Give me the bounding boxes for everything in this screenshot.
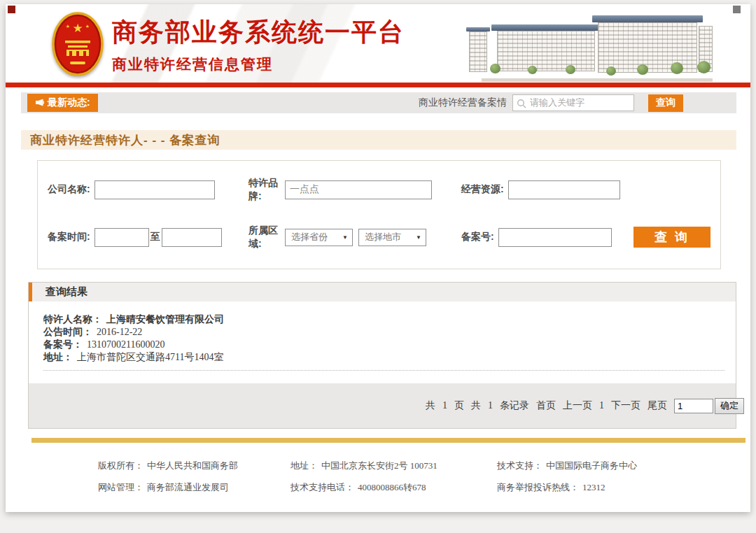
record-address-label: 地址： (43, 352, 73, 362)
footer-column-1: 版权所有：中华人民共和国商务部 网站管理：商务部流通业发展司 (98, 460, 290, 494)
dotted-divider (43, 370, 724, 371)
province-select[interactable]: 选择省份 ▼ (285, 229, 353, 246)
svg-text:★: ★ (85, 24, 90, 29)
goto-page-input[interactable] (674, 399, 713, 413)
filing-time-label: 备案时间: (48, 231, 90, 243)
city-select[interactable]: 选择地市 ▼ (358, 229, 426, 246)
header-divider-bar (6, 83, 750, 87)
results-header: 查询结果 (29, 283, 736, 301)
search-icon (517, 99, 526, 108)
result-date-line: 公告时间：2016-12-22 (43, 326, 724, 339)
next-page-link[interactable]: 下一页 (611, 399, 640, 412)
quick-search-label: 商业特许经营备案情 (419, 97, 507, 109)
resource-label: 经营资源: (461, 183, 504, 196)
phone-label: 技术支持电话： (290, 482, 354, 492)
to-label: 至 (150, 231, 160, 243)
brand-input[interactable] (285, 180, 432, 199)
filing-number-label: 备案号: (461, 231, 494, 243)
footer-address-value: 中国北京东长安街2号 100731 (321, 460, 438, 471)
mofcom-building-illustration (461, 10, 714, 82)
copyright-label: 版权所有： (98, 460, 144, 471)
last-page-link[interactable]: 尾页 (648, 399, 667, 412)
search-form: 公司名称: 特许品牌: 经营资源: 备案时间: 至 所属区域: (37, 160, 721, 269)
page-count: 1 (442, 400, 447, 411)
record-filing-label: 备案号： (43, 339, 83, 350)
pagination: 共 1 页 共 1 条记录 首页 上一页 1 下一页 尾页 确定 (29, 383, 736, 428)
header-titles: 商务部业务系统统一平台 商业特许经营信息管理 (112, 15, 405, 74)
quick-search-button[interactable]: 查询 (648, 94, 683, 112)
record-filing-value: 1310700211600020 (87, 339, 164, 350)
latest-news-badge[interactable]: 最新动态: (27, 94, 98, 112)
footer-column-2: 地址：中国北京东长安街2号 100731 技术支持电话：4008008866转6… (290, 460, 497, 494)
announce-date-value: 2016-12-22 (97, 327, 142, 337)
page-number-link[interactable]: 1 (599, 400, 604, 411)
footer-column-3: 技术支持：中国国际电子商务中心 商务举报投诉热线：12312 (497, 460, 637, 494)
site-subtitle: 商业特许经营信息管理 (112, 55, 405, 74)
news-bar: 最新动态: 商业特许经营备案情 查询 (21, 92, 736, 113)
site-footer: 版权所有：中华人民共和国商务部 网站管理：商务部流通业发展司 地址：中国北京东长… (6, 443, 750, 494)
company-name-label: 公司名称: (48, 183, 90, 196)
chevron-down-icon: ▼ (416, 234, 421, 241)
svg-text:★: ★ (72, 22, 83, 35)
company-name-input[interactable] (94, 180, 215, 199)
form-row-1: 公司名称: 特许品牌: 经营资源: (42, 176, 710, 203)
hotline-label: 商务举报投诉热线： (497, 482, 579, 492)
sitemgmt-label: 网站管理： (98, 482, 144, 492)
header-corner-decoration-right (733, 6, 741, 13)
region-label: 所属区域: (248, 224, 281, 250)
record-address-value: 上海市普陀区交通路4711号1404室 (77, 352, 223, 362)
first-page-link[interactable]: 首页 (536, 399, 556, 412)
footer-address: 地址：中国北京东长安街2号 100731 (290, 460, 497, 472)
page-total-prefix: 共 (426, 399, 435, 412)
page-unit: 页 (454, 399, 464, 412)
national-emblem-icon: ★ ★ ★ (50, 10, 105, 78)
query-button[interactable]: 查 询 (634, 227, 710, 248)
support-label: 技术支持： (497, 460, 542, 471)
footer-copyright: 版权所有：中华人民共和国商务部 (98, 460, 290, 472)
site-container: ★ ★ ★ 商务部业务系统统一平台 商业特许经营信息管理 (6, 4, 750, 512)
result-record: 特许人名称：上海晴安餐饮管理有限公司 公告时间：2016-12-22 备案号：1… (29, 301, 736, 378)
record-total-prefix: 共 (471, 399, 481, 412)
announce-date-label: 公告时间： (43, 327, 92, 337)
footer-divider-bar (31, 438, 746, 443)
quick-search-area: 商业特许经营备案情 查询 (419, 94, 683, 112)
result-address-line: 地址：上海市普陀区交通路4711号1404室 (43, 351, 724, 364)
franchisor-name-label: 特许人名称： (43, 314, 102, 325)
goto-confirm-button[interactable]: 确定 (715, 398, 744, 414)
support-value: 中国国际电子商务中心 (546, 460, 637, 471)
filing-time-to-input[interactable] (162, 228, 222, 247)
accent-bar (29, 283, 32, 301)
province-select-value: 选择省份 (291, 231, 328, 243)
copyright-value: 中华人民共和国商务部 (147, 460, 238, 471)
record-unit: 条记录 (500, 399, 529, 412)
svg-text:★: ★ (66, 24, 70, 29)
city-select-value: 选择地市 (365, 231, 401, 243)
result-name-line: 特许人名称：上海晴安餐饮管理有限公司 (43, 313, 724, 326)
site-header: ★ ★ ★ 商务部业务系统统一平台 商业特许经营信息管理 (6, 4, 750, 83)
footer-tech-support: 技术支持：中国国际电子商务中心 (497, 460, 637, 472)
footer-site-management: 网站管理：商务部流通业发展司 (98, 481, 290, 494)
sitemgmt-value: 商务部流通业发展司 (147, 482, 229, 492)
filing-time-from-input[interactable] (94, 228, 149, 247)
quick-search-input[interactable] (513, 95, 634, 111)
hotline-value: 12312 (582, 482, 606, 492)
chevron-down-icon: ▼ (342, 234, 348, 241)
quick-search-box (512, 94, 634, 111)
record-count: 1 (488, 400, 493, 411)
footer-support-phone: 技术支持电话：4008008866转678 (290, 481, 497, 494)
brand-label: 特许品牌: (248, 176, 281, 203)
filing-number-input[interactable] (498, 228, 612, 247)
phone-value: 4008008866转678 (358, 482, 426, 492)
page-title: 商业特许经营特许人- - - 备案查询 (21, 130, 736, 150)
header-corner-decoration-left (8, 6, 15, 13)
results-panel: 查询结果 特许人名称：上海晴安餐饮管理有限公司 公告时间：2016-12-22 … (28, 282, 736, 429)
site-title: 商务部业务系统统一平台 (112, 15, 405, 50)
footer-address-label: 地址： (290, 460, 318, 471)
resource-input[interactable] (508, 180, 620, 199)
result-filing-line: 备案号：1310700211600020 (43, 339, 724, 351)
results-title: 查询结果 (46, 285, 88, 299)
megaphone-icon (35, 99, 44, 107)
latest-news-label: 最新动态: (48, 97, 90, 109)
prev-page-link[interactable]: 上一页 (563, 399, 592, 412)
franchisor-name-value: 上海晴安餐饮管理有限公司 (106, 314, 224, 325)
